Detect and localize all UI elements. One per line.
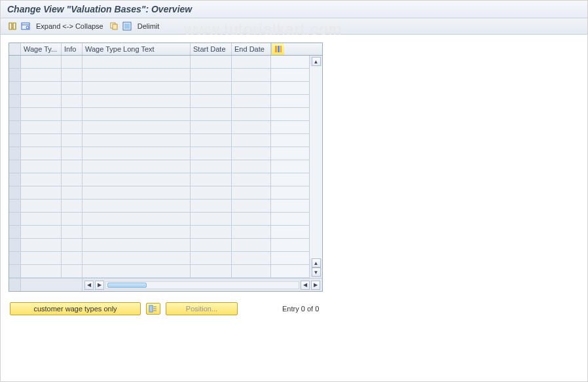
table-row[interactable] xyxy=(9,82,309,95)
cell-wage-type[interactable] xyxy=(21,121,62,133)
customer-wage-types-button[interactable]: customer wage types only xyxy=(10,302,141,315)
cell-long-text[interactable] xyxy=(83,226,191,238)
cell-wage-type[interactable] xyxy=(21,108,62,120)
cell-long-text[interactable] xyxy=(83,95,191,107)
row-selector[interactable] xyxy=(9,173,21,186)
cell-info[interactable] xyxy=(62,160,83,173)
scroll-down-icon[interactable]: ▼ xyxy=(312,268,321,277)
table-row[interactable] xyxy=(9,108,309,121)
scroll-up2-icon[interactable]: ▲ xyxy=(312,258,321,268)
cell-long-text[interactable] xyxy=(83,134,191,147)
cell-start-date[interactable] xyxy=(191,252,232,264)
cell-info[interactable] xyxy=(62,200,83,212)
cell-start-date[interactable] xyxy=(191,265,232,277)
table-row[interactable] xyxy=(9,213,309,226)
row-selector[interactable] xyxy=(9,200,21,212)
select-all-icon[interactable] xyxy=(122,21,132,31)
cell-start-date[interactable] xyxy=(191,95,232,107)
vertical-scrollbar[interactable]: ▲ ▲ ▼ xyxy=(309,56,322,278)
cell-info[interactable] xyxy=(62,108,83,120)
cell-info[interactable] xyxy=(62,213,83,225)
table-row[interactable] xyxy=(9,226,309,239)
row-selector[interactable] xyxy=(9,95,21,107)
position-button[interactable]: Position... xyxy=(166,302,238,315)
cell-end-date[interactable] xyxy=(232,69,271,81)
col-header-wage-type[interactable]: Wage Ty... xyxy=(21,43,62,55)
row-selector[interactable] xyxy=(9,121,21,133)
table-row[interactable] xyxy=(9,147,309,160)
cell-info[interactable] xyxy=(62,226,83,238)
scroll-left2-icon[interactable]: ◀ xyxy=(301,281,310,290)
cell-info[interactable] xyxy=(62,82,83,94)
cell-long-text[interactable] xyxy=(83,82,191,94)
cell-long-text[interactable] xyxy=(83,265,191,277)
table-row[interactable] xyxy=(9,69,309,82)
row-selector[interactable] xyxy=(9,239,21,251)
cell-end-date[interactable] xyxy=(232,134,271,147)
cell-start-date[interactable] xyxy=(191,108,232,120)
cell-info[interactable] xyxy=(62,239,83,251)
cell-start-date[interactable] xyxy=(191,239,232,251)
scroll-left-icon[interactable]: ◀ xyxy=(84,281,94,290)
cell-end-date[interactable] xyxy=(232,213,271,225)
cell-wage-type[interactable] xyxy=(21,239,62,251)
cell-end-date[interactable] xyxy=(232,95,271,107)
cell-end-date[interactable] xyxy=(232,121,271,133)
cell-info[interactable] xyxy=(62,147,83,160)
scroll-right2-icon[interactable]: ▶ xyxy=(311,281,320,290)
cell-wage-type[interactable] xyxy=(21,200,62,212)
cell-long-text[interactable] xyxy=(83,56,191,68)
table-row[interactable] xyxy=(9,173,309,186)
cell-end-date[interactable] xyxy=(232,252,271,264)
cell-end-date[interactable] xyxy=(232,226,271,238)
cell-end-date[interactable] xyxy=(232,56,271,68)
col-header-long-text[interactable]: Wage Type Long Text xyxy=(83,43,191,55)
hscroll-track[interactable] xyxy=(105,281,299,289)
cell-end-date[interactable] xyxy=(232,147,271,160)
cell-wage-type[interactable] xyxy=(21,147,62,160)
table-row[interactable] xyxy=(9,160,309,173)
cell-end-date[interactable] xyxy=(232,108,271,120)
cell-end-date[interactable] xyxy=(232,173,271,186)
details-icon[interactable] xyxy=(20,21,31,31)
cell-info[interactable] xyxy=(62,173,83,186)
cell-start-date[interactable] xyxy=(191,82,232,94)
table-row[interactable] xyxy=(9,252,309,265)
cell-long-text[interactable] xyxy=(83,108,191,120)
cell-long-text[interactable] xyxy=(83,200,191,212)
cell-start-date[interactable] xyxy=(191,186,232,199)
cell-end-date[interactable] xyxy=(232,186,271,199)
horizontal-scrollbar[interactable]: ◀ ▶ ◀ ▶ xyxy=(83,281,322,290)
cell-start-date[interactable] xyxy=(191,160,232,173)
cell-long-text[interactable] xyxy=(83,121,191,133)
cell-wage-type[interactable] xyxy=(21,252,62,264)
cell-wage-type[interactable] xyxy=(21,82,62,94)
table-row[interactable] xyxy=(9,56,309,69)
table-row[interactable] xyxy=(9,200,309,213)
cell-long-text[interactable] xyxy=(83,252,191,264)
cell-long-text[interactable] xyxy=(83,147,191,160)
expand-collapse-button[interactable]: Expand <-> Collapse xyxy=(33,22,106,30)
col-header-start-date[interactable]: Start Date xyxy=(191,43,232,55)
cell-wage-type[interactable] xyxy=(21,265,62,277)
cell-end-date[interactable] xyxy=(232,200,271,212)
scroll-up-icon[interactable]: ▲ xyxy=(312,57,321,66)
cell-end-date[interactable] xyxy=(232,239,271,251)
toggle-view-icon[interactable] xyxy=(7,21,18,31)
configure-columns-icon[interactable] xyxy=(271,43,284,55)
cell-start-date[interactable] xyxy=(191,213,232,225)
cell-long-text[interactable] xyxy=(83,213,191,225)
cell-info[interactable] xyxy=(62,252,83,264)
row-selector[interactable] xyxy=(9,108,21,120)
cell-start-date[interactable] xyxy=(191,200,232,212)
cell-long-text[interactable] xyxy=(83,160,191,173)
cell-end-date[interactable] xyxy=(232,82,271,94)
position-icon-button[interactable] xyxy=(146,303,160,315)
table-row[interactable] xyxy=(9,95,309,108)
cell-info[interactable] xyxy=(62,69,83,81)
cell-wage-type[interactable] xyxy=(21,213,62,225)
table-row[interactable] xyxy=(9,265,309,278)
cell-long-text[interactable] xyxy=(83,239,191,251)
cell-wage-type[interactable] xyxy=(21,226,62,238)
table-row[interactable] xyxy=(9,239,309,252)
